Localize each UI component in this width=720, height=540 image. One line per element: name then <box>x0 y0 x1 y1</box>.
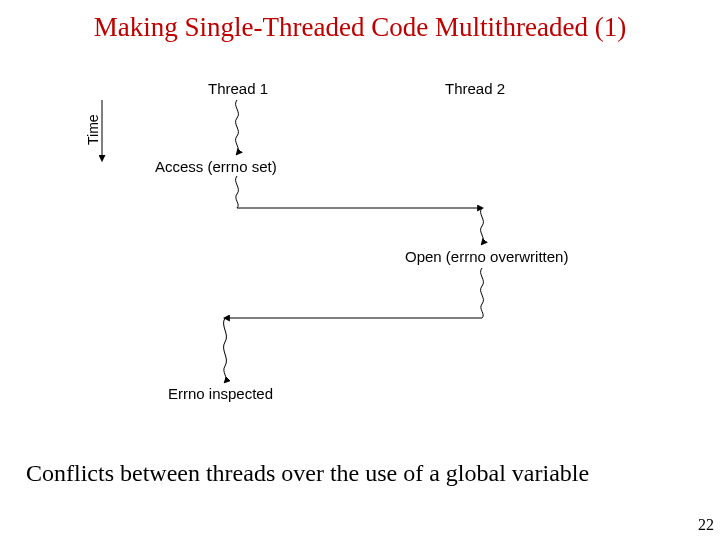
slide-caption: Conflicts between threads over the use o… <box>0 460 720 487</box>
diagram-svg <box>90 80 630 420</box>
page-number: 22 <box>698 516 714 534</box>
thread-diagram: Thread 1 Thread 2 Time Access (errno set… <box>90 80 630 420</box>
slide-title: Making Single-Threaded Code Multithreade… <box>0 12 720 43</box>
